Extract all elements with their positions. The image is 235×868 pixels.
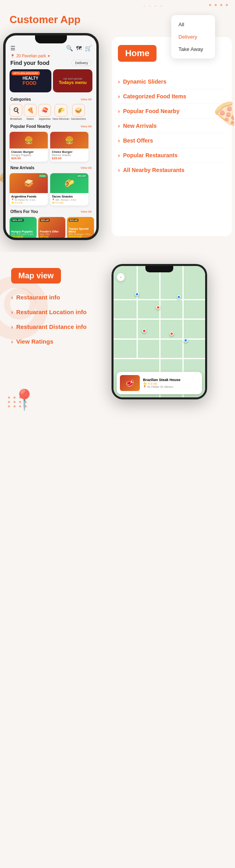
categories-title: Categories — [10, 97, 31, 102]
menu-label-2: Popular Food Nearby — [123, 108, 180, 114]
map-view-section: 📍 Map view › Restaurant info › Restuaran… — [0, 252, 235, 419]
map-pin-4 — [168, 332, 175, 340]
road-v1 — [137, 266, 138, 358]
categories-view-all[interactable]: View All — [80, 98, 92, 101]
offers-row: 50% OFF Hungry Puppets 302, Sun Luis • 2… — [6, 215, 96, 238]
food-name-0: Classic Burger — [11, 150, 46, 154]
map-back-button[interactable]: ‹ — [117, 273, 125, 281]
banner-secondary: eat and special Todays menu — [53, 69, 92, 92]
offer-shop-0: Hungry Puppets — [11, 230, 33, 233]
arrival-img-1: 🌮 30% OFF — [50, 173, 88, 193]
home-banner: Home — [118, 45, 157, 62]
delivery-toggle[interactable]: Delivery — [71, 60, 92, 66]
menu-item-arrivals[interactable]: › New Arrivals — [118, 119, 225, 133]
arrival-loc-1: 📍 306, Torreon • 3 km — [52, 198, 87, 201]
mexican-icon: 🌮 — [55, 104, 67, 117]
location-text: 20 Pavelian park — [16, 54, 46, 58]
map-background: 🥩 Brazilian Steak House ⭐ 5.0 (8) 📍 91 P… — [114, 266, 205, 397]
hamburger-icon[interactable]: ☰ — [10, 45, 16, 51]
map-pin-5 — [182, 338, 189, 346]
arrival-name-0: Argentina Foods — [11, 195, 46, 198]
pin-dot-1 — [156, 305, 160, 309]
offers-view-all[interactable]: View All — [80, 210, 92, 213]
category-mexican[interactable]: 🌮 New Mexican — [53, 104, 69, 120]
dropdown-all[interactable]: All — [171, 18, 215, 31]
arrivals-title: New Arrivals — [10, 166, 34, 170]
dropdown-delivery[interactable]: Delivery — [171, 31, 215, 43]
banner-title1: HEALTY — [23, 76, 38, 80]
decorative-pizza: 🍕 — [212, 101, 235, 127]
offer-card-1[interactable]: $20 off Foodie's Offer App Offer SPY02 — [38, 217, 65, 238]
arrow-icon-5: › — [118, 152, 120, 158]
cart-icon[interactable]: 🛒 — [85, 45, 92, 51]
map-rest-loc: 📍 91 Parker St, Mexico — [143, 385, 199, 389]
arrow-icon-3: › — [118, 123, 120, 129]
menu-item-popular[interactable]: › Popular Food Nearby — [118, 104, 225, 119]
map-icon[interactable]: 🗺 — [76, 45, 82, 51]
arrival-img-0: 🥪 FOOD — [10, 173, 48, 193]
arrival-name-1: Tacos Snacks — [52, 195, 87, 198]
pin-dot-3 — [142, 329, 146, 333]
popular-view-all[interactable]: View All — [80, 125, 92, 128]
location-icon: 📍 — [10, 54, 15, 58]
food-price-0: $29.00 — [11, 156, 46, 160]
map-phone-frame: ‹ — [112, 264, 207, 399]
food-shop-1: Momun Snacks — [52, 154, 87, 156]
arrival-card-1[interactable]: 🌮 30% OFF Tacos Snacks 📍 306, Torreon • … — [50, 173, 88, 205]
offer-shop-1: Foodie's Offer — [40, 230, 59, 233]
pin-dot-4 — [170, 332, 174, 336]
phone-frame: ☰ 🔍 🗺 🛒 📍 20 Pavelian park ▾ Find your f… — [3, 33, 99, 240]
decorative-circle-2 — [4, 288, 36, 320]
food-price-1: $35.00 — [52, 156, 87, 160]
delivery-dropdown[interactable]: All Delivery Take Away — [171, 15, 215, 59]
popular-title: Popular Food Nearby — [10, 124, 51, 129]
menu-item-offers[interactable]: › Best Offers — [118, 133, 225, 148]
menu-item-dynamic-sliders[interactable]: › Dynamic Sliders — [118, 74, 225, 89]
map-pin-0 — [134, 292, 140, 300]
banner-secondary-title: Todays menu — [59, 80, 86, 85]
pin-dot-0 — [135, 292, 139, 296]
category-japanese[interactable]: 🍣 Japanese — [38, 104, 51, 120]
dropdown-takeway[interactable]: Take Away — [171, 43, 215, 55]
food-card-1[interactable]: 🍔 Cheez Burger Momun Snacks $35.00 — [50, 132, 88, 162]
offer-code-1: SPY02 — [40, 235, 59, 238]
food-card-0[interactable]: 🍔 Classic Burger Hungry Puppets $29.00 — [10, 132, 48, 162]
offer-card-0[interactable]: 50% OFF Hungry Puppets 302, Sun Luis • 2… — [10, 217, 37, 238]
search-icon[interactable]: 🔍 — [66, 45, 73, 51]
map-restaurant-card[interactable]: 🥩 Brazilian Steak House ⭐ 5.0 (8) 📍 91 P… — [117, 372, 202, 394]
arrivals-row: 🥪 FOOD Argentina Foods 📍 91 Parker St • … — [6, 172, 96, 207]
japanese-icon: 🍣 — [38, 104, 51, 117]
arrival-badge-1: 30% OFF — [76, 174, 87, 178]
category-sandwiches[interactable]: 🥪 Sandwiches — [71, 104, 86, 120]
breakfast-icon: 🍳 — [10, 104, 22, 117]
offers-title: Offers For You — [10, 209, 38, 214]
offer-tag-2: $15 off — [69, 219, 78, 222]
arrival-rating-0: ⭐ 5.0 (26) — [11, 201, 46, 204]
food-card-img-1: 🍔 — [50, 132, 88, 149]
menu-item-all-restaurants[interactable]: › All Nearby Restaurants — [118, 163, 225, 177]
arrow-icon-4: › — [118, 137, 120, 144]
food-shop-0: Hungry Puppets — [11, 154, 46, 156]
arrow-icon-6: › — [118, 167, 120, 173]
menu-label-1: Categorized Food Items — [123, 93, 186, 100]
offer-code-0: TRYNEW — [11, 235, 33, 238]
category-breakfast[interactable]: 🍳 Breakfast — [10, 104, 22, 120]
pin-dot-5 — [184, 338, 188, 342]
arrivals-view-all[interactable]: View All — [80, 166, 92, 170]
banner-title2: FOOD — [23, 80, 38, 86]
sandwich-icon: 🥪 — [72, 104, 85, 117]
pin-dot-2 — [177, 295, 181, 299]
arrival-rating-1: ⭐ 4.0 (92) — [52, 201, 87, 204]
offer-tag-1: $20 off — [40, 219, 50, 222]
arrow-icon-1: › — [118, 93, 120, 100]
menu-item-categorized[interactable]: › Categorized Food Items — [118, 89, 225, 104]
arrival-card-0[interactable]: 🥪 FOOD Argentina Foods 📍 91 Parker St • … — [10, 173, 48, 205]
menu-item-restaurants[interactable]: › Popular Restaurants — [118, 148, 225, 163]
map-pin-1 — [155, 305, 161, 313]
banner-badge: UPTO 60% DISCOUNT — [12, 71, 40, 75]
menu-label-4: Best Offers — [123, 137, 153, 144]
offer-card-2[interactable]: $15 off Topays Special Menu 493, Durango… — [67, 217, 94, 238]
map-rest-name: Brazilian Steak House — [143, 378, 199, 382]
category-italian[interactable]: 🍕 Italian — [24, 104, 37, 120]
map-phone-col: ‹ — [112, 260, 235, 403]
